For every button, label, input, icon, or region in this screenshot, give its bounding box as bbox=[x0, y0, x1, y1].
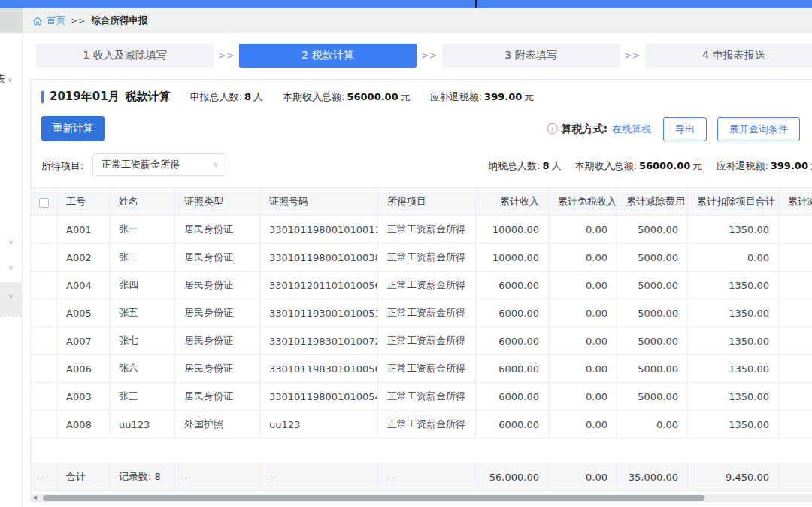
cell: 1350.00 bbox=[688, 272, 779, 299]
cell: 1350.00 bbox=[688, 327, 779, 355]
title-accent-bar bbox=[41, 91, 44, 103]
stat-taxpayer-count: 纳税总人数:8人 bbox=[488, 160, 561, 172]
step-tab-schedule-fill[interactable]: 3 附表填写 bbox=[442, 44, 620, 68]
cell: uu123 bbox=[110, 411, 175, 439]
row-select-cell bbox=[31, 272, 57, 299]
expand-query-button[interactable]: 展开查询条件 bbox=[717, 117, 800, 141]
cell: 330101201101010056 bbox=[260, 272, 378, 299]
column-header: 工号 bbox=[57, 188, 110, 216]
cell: A001 bbox=[57, 216, 110, 244]
cell: 5000.00 bbox=[617, 355, 688, 383]
cell: 居民身份证 bbox=[175, 216, 260, 244]
table-row[interactable]: A002张二居民身份证330101198001010038正常工资薪金所得100… bbox=[31, 244, 812, 272]
cell: 正常工资薪金所得 bbox=[378, 244, 476, 272]
cell: 330101198301010056 bbox=[260, 355, 378, 383]
cell bbox=[779, 216, 812, 244]
scrollbar-thumb[interactable] bbox=[43, 495, 704, 501]
row-select-cell bbox=[31, 299, 57, 327]
select-all-cell bbox=[31, 188, 57, 216]
results-table: 工号姓名证照类型证照号码所得项目累计收入累计免税收入累计减除费用累计扣除项目合计… bbox=[30, 187, 812, 491]
step-tab-income-deduction[interactable]: 1 收入及减除填写 bbox=[36, 44, 214, 68]
cell: A006 bbox=[57, 355, 110, 383]
cell: 居民身份证 bbox=[175, 355, 260, 383]
home-icon bbox=[32, 16, 43, 26]
column-header: 证照号码 bbox=[260, 188, 378, 216]
tax-calculation-panel: 2019年01月 税款计算 申报总人数:8人 本期收入总额:56000.00元 … bbox=[30, 79, 812, 502]
step-separator: >> bbox=[417, 50, 442, 61]
table-row[interactable]: A005张五居民身份证330101193001010051正常工资薪金所得600… bbox=[31, 299, 812, 327]
breadcrumb: 首页 >> 综合所得申报 bbox=[23, 8, 812, 33]
cell: 6000.00 bbox=[476, 327, 549, 355]
cell: 1350.00 bbox=[688, 411, 779, 439]
cell: 居民身份证 bbox=[175, 327, 260, 355]
table-row[interactable]: A006张六居民身份证330101198301010056正常工资薪金所得600… bbox=[31, 355, 812, 383]
cell: 330101193001010051 bbox=[260, 299, 378, 327]
info-icon: ⓘ bbox=[547, 123, 557, 136]
cell: 5000.00 bbox=[617, 383, 688, 411]
cell bbox=[779, 327, 812, 355]
footer-cell: 35,000.00 bbox=[617, 463, 688, 491]
footer-cell: -- bbox=[378, 463, 476, 491]
text-cursor-mark bbox=[475, 0, 477, 8]
cell: 0.00 bbox=[549, 299, 617, 327]
step-separator: >> bbox=[214, 50, 239, 61]
cell bbox=[779, 244, 812, 272]
cell: 5000.00 bbox=[617, 327, 688, 355]
cell: 正常工资薪金所得 bbox=[378, 383, 476, 411]
column-header: 累计减免税额 bbox=[779, 188, 812, 216]
cell: 张二 bbox=[110, 244, 175, 272]
table-row[interactable]: A007张七居民身份证330101198301010072正常工资薪金所得600… bbox=[31, 327, 812, 355]
chevron-down-icon[interactable]: ∨ bbox=[0, 263, 22, 272]
chevron-down-icon: ∨ bbox=[8, 76, 13, 83]
cell: 正常工资薪金所得 bbox=[378, 272, 476, 299]
chevron-down-icon: ∨ bbox=[0, 292, 22, 300]
cell: 10000.00 bbox=[476, 244, 549, 272]
stat-declared-count: 申报总人数:8人 bbox=[190, 90, 263, 104]
table-row[interactable]: A008uu123外国护照uu123正常工资薪金所得6000.000.000.0… bbox=[31, 411, 812, 439]
export-button[interactable]: 导出 bbox=[663, 117, 707, 141]
tax-method-value[interactable]: 在线算税 bbox=[612, 123, 651, 136]
cell: 1350.00 bbox=[688, 355, 779, 383]
table-row[interactable]: A001张一居民身份证330101198001010011正常工资薪金所得100… bbox=[31, 216, 812, 244]
chevron-down-icon[interactable]: ∨ bbox=[0, 238, 22, 246]
recalculate-button[interactable]: 重新计算 bbox=[41, 116, 105, 141]
table-row[interactable]: A003张三居民身份证330101198001010054正常工资薪金所得600… bbox=[31, 383, 812, 411]
step-tab-return-submit[interactable]: 4 申报表报送 bbox=[645, 44, 812, 68]
cell: 居民身份证 bbox=[175, 244, 260, 272]
cell: 张六 bbox=[110, 355, 175, 383]
column-header: 累计收入 bbox=[476, 188, 549, 216]
breadcrumb-home-link[interactable]: 首页 bbox=[47, 14, 65, 27]
table-body: A001张一居民身份证330101198001010011正常工资薪金所得100… bbox=[31, 216, 812, 439]
table-row[interactable]: A004张四居民身份证330101201101010056正常工资薪金所得600… bbox=[31, 272, 812, 299]
table-spacer-row bbox=[31, 439, 812, 463]
footer-cell: 0.00 bbox=[549, 463, 617, 491]
period-label: 2019年01月 bbox=[50, 90, 120, 104]
sidebar-item-partial[interactable]: 表∨ bbox=[0, 73, 13, 86]
cell: 0.00 bbox=[617, 411, 688, 439]
cell: 330101198001010054 bbox=[260, 383, 378, 411]
income-item-select[interactable]: 正常工资薪金所得 ∨ bbox=[92, 153, 226, 176]
horizontal-scrollbar[interactable] bbox=[31, 494, 812, 502]
scroll-left-arrow-icon[interactable] bbox=[33, 496, 37, 500]
chevron-down-icon: ∨ bbox=[213, 159, 219, 169]
step-tab-tax-calculation[interactable]: 2 税款计算 bbox=[239, 44, 417, 68]
cell bbox=[779, 299, 812, 327]
filter-row: 所得项目: 正常工资薪金所得 ∨ 纳税总人数:8人 本期收入总额:56000.0… bbox=[31, 153, 812, 178]
select-all-checkbox[interactable] bbox=[39, 198, 49, 208]
cell: 正常工资薪金所得 bbox=[378, 299, 476, 327]
cell: A007 bbox=[57, 327, 110, 355]
cell: uu123 bbox=[260, 411, 378, 439]
cell: 6000.00 bbox=[476, 299, 549, 327]
cell: 正常工资薪金所得 bbox=[378, 355, 476, 383]
cell: 0.00 bbox=[549, 272, 617, 299]
panel-title-row: 2019年01月 税款计算 申报总人数:8人 本期收入总额:56000.00元 … bbox=[41, 90, 553, 104]
sidebar-divider bbox=[0, 316, 22, 317]
cell: A005 bbox=[57, 299, 110, 327]
cell: 0.00 bbox=[549, 411, 617, 439]
collapsed-sidebar: 表∨ ∨ ∨ ∨ bbox=[0, 33, 23, 507]
footer-cell: 记录数: 8 bbox=[110, 463, 175, 491]
sidebar-item-selected[interactable]: ∨ bbox=[0, 282, 22, 316]
cell: A002 bbox=[57, 244, 110, 272]
browser-top-strip bbox=[0, 0, 812, 8]
row-select-cell bbox=[31, 244, 57, 272]
